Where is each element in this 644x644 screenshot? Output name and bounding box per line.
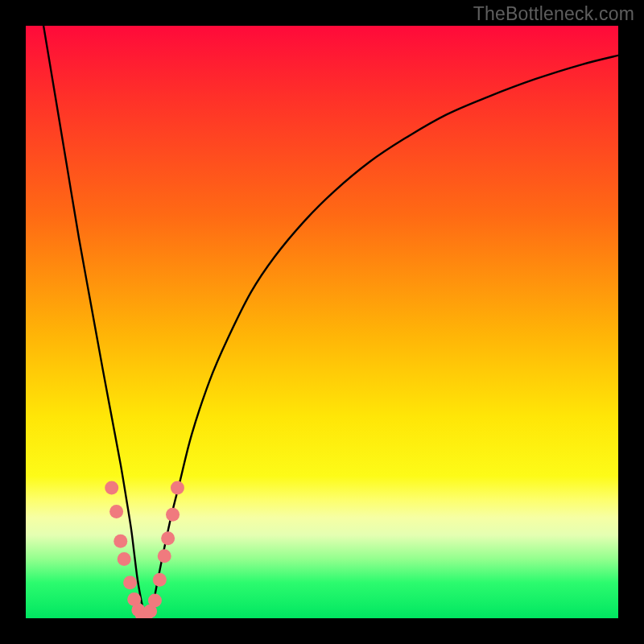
curve-marker <box>109 505 123 518</box>
curve-marker <box>166 508 180 522</box>
bottleneck-curve <box>43 26 618 615</box>
watermark-label: TheBottleneck.com <box>473 3 634 25</box>
curve-marker <box>161 531 175 545</box>
chart-svg <box>26 26 618 618</box>
plot-area <box>26 26 618 618</box>
curve-marker <box>118 552 131 566</box>
curve-marker <box>105 481 118 495</box>
chart-frame: TheBottleneck.com <box>0 0 644 644</box>
curve-marker <box>153 573 167 587</box>
curve-marker <box>114 535 127 548</box>
curve-markers <box>105 481 184 618</box>
curve-marker <box>148 593 162 607</box>
curve-marker <box>158 549 171 563</box>
curve-marker <box>123 576 137 589</box>
curve-marker <box>171 481 184 495</box>
